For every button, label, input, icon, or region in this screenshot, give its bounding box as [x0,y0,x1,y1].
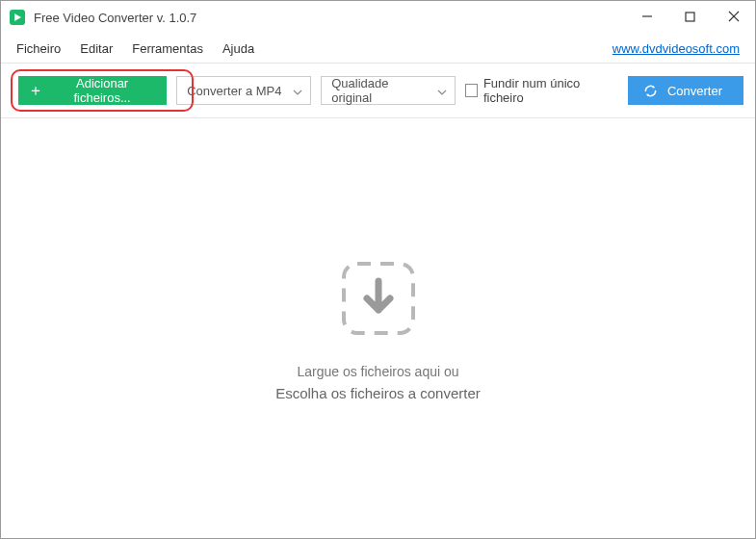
drop-area[interactable]: Largue os ficheiros aqui ou Escolha os f… [1,118,755,538]
app-title: Free Video Converter v. 1.0.7 [34,11,196,25]
checkbox-box-icon [465,84,478,97]
app-icon [9,9,26,26]
minimize-button[interactable] [625,3,668,32]
menu-file[interactable]: Ficheiro [7,38,70,60]
menu-help[interactable]: Ajuda [213,38,264,60]
app-window: Free Video Converter v. 1.0.7 Ficheiro E… [0,0,756,539]
menubar: Ficheiro Editar Ferramentas Ajuda www.dv… [1,34,755,63]
chevron-down-icon [293,84,302,98]
format-dropdown[interactable]: Converter a MP4 [176,76,311,105]
merge-label: Fundir num único ficheiro [483,76,609,105]
svg-rect-2 [686,13,694,21]
maximize-button[interactable] [668,3,712,32]
toolbar: ＋ Adicionar ficheiros... Converter a MP4… [1,64,755,117]
convert-button[interactable]: Converter [628,76,743,105]
quality-selected: Qualidade original [331,76,428,105]
menu-tools[interactable]: Ferramentas [122,38,213,60]
add-files-button[interactable]: ＋ Adicionar ficheiros... [18,76,167,105]
drop-hint-line1: Largue os ficheiros aqui ou [297,364,458,379]
close-button[interactable] [712,3,755,32]
add-files-label: Adicionar ficheiros... [53,76,151,105]
close-icon [728,11,740,25]
menu-edit[interactable]: Editar [70,38,122,60]
maximize-icon [685,11,695,25]
convert-label: Converter [667,84,722,98]
merge-checkbox[interactable]: Fundir num único ficheiro [465,76,609,105]
refresh-icon [643,84,658,98]
titlebar: Free Video Converter v. 1.0.7 [1,1,755,34]
choose-files-link[interactable]: Escolha os ficheiros a converter [275,385,481,401]
format-selected: Converter a MP4 [187,84,281,98]
plus-icon: ＋ [28,83,43,98]
minimize-icon [641,11,653,25]
download-arrow-icon [336,256,421,341]
quality-dropdown[interactable]: Qualidade original [321,76,456,105]
chevron-down-icon [437,84,447,98]
vendor-link[interactable]: www.dvdvideosoft.com [613,41,749,56]
